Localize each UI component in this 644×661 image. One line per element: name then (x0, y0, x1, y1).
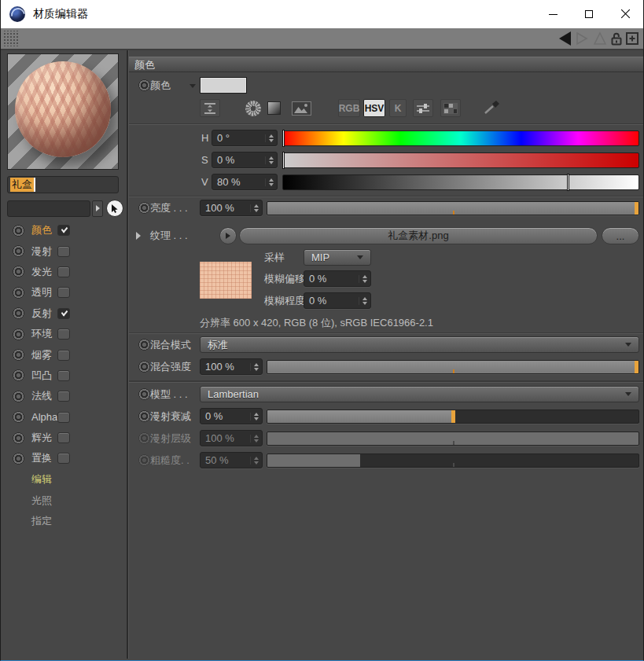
radio-icon[interactable] (138, 202, 150, 214)
mix-strength-input[interactable]: 100 % (200, 358, 263, 375)
radio-icon[interactable] (138, 388, 150, 400)
mix-strength-slider[interactable] (267, 360, 639, 374)
model-select[interactable]: Lambertian (200, 386, 639, 402)
saturation-cursor[interactable] (282, 152, 285, 169)
close-button[interactable] (607, 0, 643, 28)
rgb-mode-button[interactable]: RGB (338, 99, 360, 117)
sidebar-item-luminance[interactable]: 发光 (1, 262, 127, 282)
channel-label[interactable]: 反射 (31, 307, 52, 321)
stepper-arrows-icon[interactable] (250, 204, 259, 212)
radio-icon[interactable] (13, 369, 24, 381)
sidebar-item-normal[interactable]: 法线 (1, 386, 127, 406)
drag-grip-icon[interactable] (2, 31, 18, 46)
minimize-button[interactable] (535, 0, 571, 28)
channel-checkbox[interactable] (57, 329, 70, 340)
material-name-input[interactable]: 礼盒 (7, 176, 119, 193)
new-window-plus-icon[interactable] (626, 32, 638, 45)
radio-icon[interactable] (13, 287, 24, 299)
hue-gradient-bar[interactable] (282, 130, 639, 146)
channel-label[interactable]: 置换 (31, 451, 52, 465)
sampling-select[interactable]: MIP (304, 249, 371, 266)
value-cursor[interactable] (567, 174, 569, 191)
stepper-arrows-icon[interactable] (265, 178, 274, 186)
sidebar-item-displacement[interactable]: 置换 (1, 448, 127, 468)
preview-menu-button[interactable] (92, 200, 103, 217)
pick-material-button[interactable] (106, 200, 123, 217)
chevron-down-icon[interactable] (190, 84, 196, 88)
radio-icon[interactable] (13, 432, 24, 444)
stepper-arrows-icon[interactable] (250, 413, 259, 420)
channel-checkbox[interactable] (57, 370, 70, 381)
eyedropper-icon[interactable] (483, 100, 503, 119)
compact-mode-button[interactable] (200, 99, 220, 117)
channel-checkbox[interactable] (57, 432, 70, 443)
radio-icon[interactable] (138, 339, 150, 351)
channel-label[interactable]: 法线 (31, 389, 52, 403)
value-gradient-bar[interactable] (282, 174, 639, 190)
gradient-spectrum-icon[interactable] (267, 101, 281, 115)
channel-label[interactable]: Alpha (31, 411, 57, 423)
radio-icon[interactable] (13, 266, 24, 277)
stepper-arrows-icon[interactable] (265, 156, 274, 164)
texture-thumbnail[interactable] (200, 262, 252, 299)
brightness-slider[interactable] (267, 201, 639, 215)
swatches-mode-button[interactable] (440, 99, 461, 117)
channel-checkbox[interactable] (57, 350, 70, 361)
slider-handle[interactable] (635, 361, 638, 373)
channel-checkbox[interactable] (57, 225, 70, 236)
hsv-mode-button[interactable]: HSV (363, 99, 385, 117)
sliders-mode-button[interactable] (413, 99, 433, 117)
channel-label[interactable]: 凹凸 (31, 369, 52, 383)
channel-checkbox[interactable] (57, 412, 70, 423)
radio-icon[interactable] (138, 410, 150, 422)
value-input[interactable]: 80 % (212, 174, 278, 190)
sidebar-item-environment[interactable]: 环境 (1, 324, 127, 344)
diffuse-falloff-input[interactable]: 0 % (200, 408, 263, 424)
page-label[interactable]: 光照 (31, 494, 52, 508)
radio-icon[interactable] (13, 225, 24, 237)
hue-cursor[interactable] (282, 130, 285, 147)
diffuse-falloff-slider[interactable] (267, 409, 639, 424)
sidebar-item-fog[interactable]: 烟雾 (1, 344, 127, 365)
channel-checkbox[interactable] (57, 287, 70, 298)
history-back-icon[interactable] (559, 31, 571, 46)
sidebar-item-color[interactable]: 颜色 (1, 220, 127, 241)
texture-preview-button[interactable] (219, 227, 237, 244)
sidebar-item-transparency[interactable]: 透明 (1, 282, 127, 303)
sidebar-item-glow[interactable]: 辉光 (1, 428, 127, 448)
channel-checkbox[interactable] (57, 266, 70, 277)
channel-label[interactable]: 颜色 (31, 223, 52, 237)
blur-offset-input[interactable]: 0 % (304, 270, 371, 287)
radio-icon[interactable] (13, 411, 24, 423)
channel-checkbox[interactable] (57, 391, 70, 402)
stepper-arrows-icon[interactable] (250, 363, 259, 371)
channel-checkbox[interactable] (57, 246, 70, 257)
page-label[interactable]: 编辑 (31, 472, 52, 487)
expand-triangle-icon[interactable] (136, 232, 141, 240)
sidebar-item-illumination[interactable]: 光照 (1, 490, 127, 510)
radio-icon[interactable] (13, 329, 24, 340)
hue-input[interactable]: 0 ° (212, 130, 278, 146)
material-preview[interactable] (7, 53, 119, 170)
radio-icon[interactable] (13, 391, 24, 402)
radio-icon[interactable] (13, 245, 24, 257)
channel-checkbox[interactable] (57, 453, 70, 464)
sidebar-item-assign[interactable]: 指定 (1, 511, 127, 531)
image-picker-icon[interactable] (292, 101, 311, 119)
texture-browse-button[interactable]: ... (602, 227, 639, 244)
radio-icon[interactable] (13, 307, 24, 319)
channel-checkbox[interactable] (57, 308, 70, 319)
stepper-arrows-icon[interactable] (265, 134, 274, 142)
preview-type-select[interactable] (7, 200, 90, 217)
radio-icon[interactable] (13, 349, 24, 361)
color-swatch[interactable] (200, 77, 247, 94)
radio-icon[interactable] (138, 79, 150, 91)
channel-label[interactable]: 环境 (31, 327, 52, 341)
saturation-input[interactable]: 0 % (212, 152, 278, 168)
slider-handle[interactable] (451, 410, 455, 423)
sidebar-item-diffusion[interactable]: 漫射 (1, 241, 127, 261)
sidebar-item-alpha[interactable]: Alpha (1, 407, 127, 428)
channel-label[interactable]: 漫射 (31, 244, 52, 259)
radio-icon[interactable] (13, 453, 24, 465)
channel-label[interactable]: 辉光 (31, 431, 52, 445)
